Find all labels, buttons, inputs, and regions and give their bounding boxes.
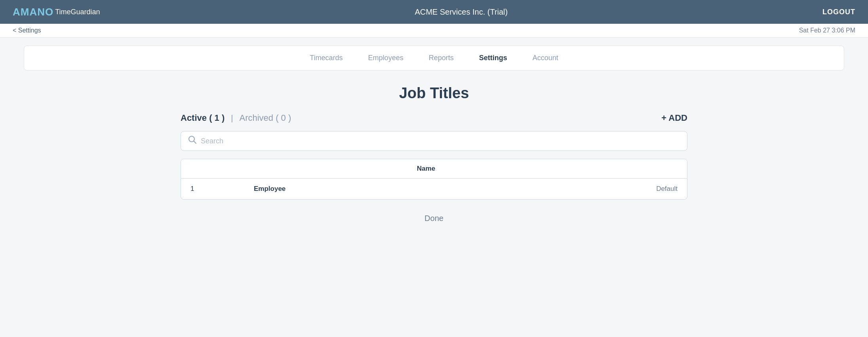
back-link[interactable]: < Settings xyxy=(13,27,41,34)
nav-employees[interactable]: Employees xyxy=(356,51,416,65)
tab-active[interactable]: Active ( 1 ) xyxy=(181,113,225,123)
done-button[interactable]: Done xyxy=(424,214,444,223)
company-title: ACME Services Inc. (Trial) xyxy=(415,8,508,17)
job-titles-table: Name 1 Employee Default xyxy=(181,159,687,200)
search-icon xyxy=(188,135,197,147)
page-title: Job Titles xyxy=(181,85,687,102)
add-button[interactable]: + ADD xyxy=(661,113,687,123)
search-input[interactable] xyxy=(201,137,680,145)
logout-button[interactable]: LOGOUT xyxy=(822,8,855,16)
col-name: Name xyxy=(254,165,598,173)
tabs-left: Active ( 1 ) | Archived ( 0 ) xyxy=(181,113,291,123)
main-content: Job Titles Active ( 1 ) | Archived ( 0 )… xyxy=(157,85,711,223)
done-wrap: Done xyxy=(181,214,687,223)
main-nav: Timecards Employees Reports Settings Acc… xyxy=(24,46,844,70)
nav-account[interactable]: Account xyxy=(520,51,571,65)
logo-timeguardian: TimeGuardian xyxy=(55,8,100,16)
logo: AMANO TimeGuardian xyxy=(13,6,100,18)
app-header: AMANO TimeGuardian ACME Services Inc. (T… xyxy=(0,0,868,24)
logo-amano: AMANO xyxy=(13,6,53,18)
sub-header: < Settings Sat Feb 27 3:06 PM xyxy=(0,24,868,38)
table-header: Name xyxy=(181,159,687,179)
svg-line-1 xyxy=(194,141,196,144)
search-box xyxy=(181,131,687,151)
tabs-row: Active ( 1 ) | Archived ( 0 ) + ADD xyxy=(181,113,687,123)
nav-reports[interactable]: Reports xyxy=(416,51,466,65)
tab-divider: | xyxy=(231,114,233,123)
cell-default-badge: Default xyxy=(598,185,678,193)
table-row[interactable]: 1 Employee Default xyxy=(181,179,687,199)
nav-settings[interactable]: Settings xyxy=(466,51,520,65)
datetime-display: Sat Feb 27 3:06 PM xyxy=(799,27,855,34)
cell-name: Employee xyxy=(254,185,598,193)
nav-timecards[interactable]: Timecards xyxy=(297,51,355,65)
cell-number: 1 xyxy=(190,185,254,193)
tab-archived[interactable]: Archived ( 0 ) xyxy=(239,113,291,123)
